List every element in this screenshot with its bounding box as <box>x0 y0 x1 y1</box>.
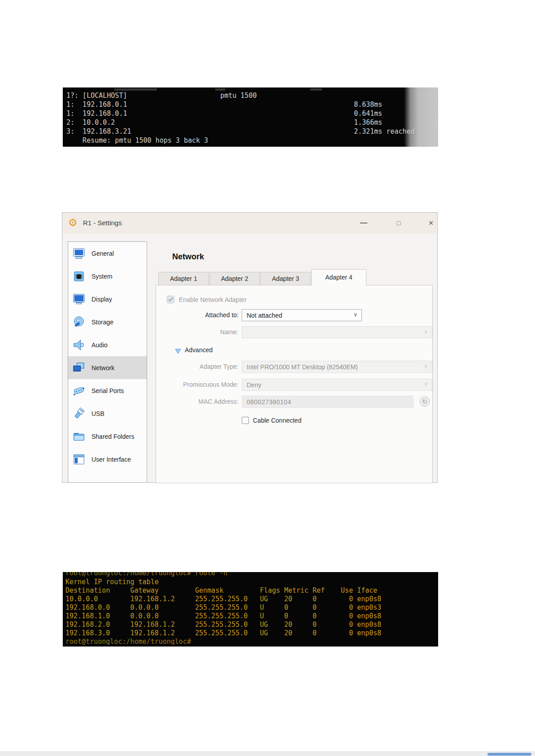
terminal-route: root@truongloc:/home/truongloc# route -n… <box>63 572 438 647</box>
clipped-text-remnant <box>114 88 157 91</box>
clipped-prompt-top: root@truongloc:/home/truongloc# route -n <box>65 572 438 578</box>
sidebar-item-label: System <box>91 273 113 280</box>
sidebar-item-label: USB <box>91 410 104 417</box>
chevron-down-icon: ∨ <box>353 311 357 318</box>
sidebar-item-label: Storage <box>91 319 113 326</box>
terminal-line: Kernel IP routing table <box>65 578 438 586</box>
promiscuous-mode-label: Promiscuous Mode: <box>156 381 239 388</box>
scrollbar-thumb[interactable] <box>487 753 531 756</box>
terminal-line: 1: 192.168.0.1 8.638ms <box>66 100 438 109</box>
close-button[interactable]: × <box>425 217 437 229</box>
adapter-type-label: Adapter Type: <box>156 363 239 370</box>
page-horizontal-scrollbar[interactable] <box>0 752 535 756</box>
sidebar-item-label: Network <box>91 364 114 371</box>
name-label: Name: <box>156 328 239 336</box>
sidebar-item-user-interface[interactable]: User Interface <box>68 448 147 471</box>
enable-network-adapter-checkbox[interactable] <box>167 296 174 303</box>
window-title: R1 - Settings <box>83 219 122 227</box>
tab-adapter-2[interactable]: Adapter 2 <box>209 272 260 285</box>
terminal-line: 192.168.0.0 0.0.0.0 255.255.255.0 U 0 0 … <box>65 603 438 612</box>
chevron-down-icon: ∨ <box>424 363 428 369</box>
chevron-down-icon: ∨ <box>424 381 428 387</box>
attached-to-value: Not attached <box>247 312 282 319</box>
audio-icon <box>71 337 87 353</box>
clipped-prompt-bottom: root@truongloc:/home/truongloc# <box>65 638 438 645</box>
promiscuous-mode-dropdown[interactable]: Deny ∨ <box>242 379 432 391</box>
terminal-line: 1: 192.168.0.1 0.641ms <box>66 109 438 118</box>
sidebar-item-label: Audio <box>91 341 108 349</box>
maximize-button[interactable]: □ <box>392 217 405 229</box>
terminal-line: root@truongloc:/home/truongloc# <box>65 638 438 645</box>
terminal-line: 10.0.0.0 192.168.1.2 255.255.255.0 UG 20… <box>65 595 438 603</box>
user-interface-icon <box>71 452 87 467</box>
enable-network-adapter-label: Enable Network Adapter <box>179 296 247 303</box>
adapter-type-value: Intel PRO/1000 MT Desktop (82540EM) <box>247 363 358 371</box>
network-icon <box>71 360 87 376</box>
storage-icon <box>71 315 87 330</box>
sidebar-item-label: User Interface <box>91 456 131 463</box>
advanced-expander-icon[interactable] <box>175 348 181 356</box>
attached-to-dropdown[interactable]: Not attached ∨ <box>242 309 362 321</box>
sidebar-item-label: Shared Folders <box>91 433 135 440</box>
settings-gear-icon: ⚙ <box>68 217 78 229</box>
terminal-line: Resume: pmtu 1500 hops 3 back 3 <box>66 136 438 145</box>
settings-sidebar: GeneralSystemDisplayStorageAudioNetworkS… <box>68 241 147 483</box>
general-icon <box>71 246 87 261</box>
terminal-line: 192.168.3.0 192.168.1.2 255.255.255.0 UG… <box>65 629 438 638</box>
mac-address-value: 080027380104 <box>247 398 291 406</box>
mac-address-label: MAC Address: <box>156 398 239 405</box>
tab-adapter-1[interactable]: Adapter 1 <box>158 272 209 285</box>
mac-address-field[interactable]: 080027380104 <box>242 396 413 408</box>
page-title: Network <box>172 252 204 262</box>
sidebar-item-serial-ports[interactable]: Serial Ports <box>68 379 147 402</box>
system-icon <box>71 269 87 284</box>
terminal-line: 192.168.2.0 192.168.1.2 255.255.255.0 UG… <box>65 621 438 629</box>
chevron-down-icon: ∨ <box>424 328 428 335</box>
terminal-tracepath: 1?: [LOCALHOST] pmtu 15001: 192.168.0.1 … <box>63 87 438 147</box>
cable-connected-checkbox[interactable] <box>242 417 249 424</box>
promiscuous-mode-value: Deny <box>247 381 261 389</box>
sidebar-item-general[interactable]: General <box>68 242 147 265</box>
terminal-line: 192.168.1.0 0.0.0.0 255.255.255.0 U 0 0 … <box>65 612 438 621</box>
tab-adapter-4[interactable]: Adapter 4 <box>311 269 366 285</box>
adapter4-tab-page: Enable Network Adapter Attached to: Not … <box>156 285 433 483</box>
sidebar-item-label: General <box>91 250 114 257</box>
minimize-button[interactable]: — <box>357 217 370 229</box>
terminal-tracepath-lines: 1?: [LOCALHOST] pmtu 15001: 192.168.0.1 … <box>66 91 438 145</box>
virtualbox-settings-window: ⚙ R1 - Settings — □ × GeneralSystemDispl… <box>62 212 438 483</box>
display-icon <box>71 292 87 307</box>
shared-folders-icon <box>71 429 87 444</box>
sidebar-item-system[interactable]: System <box>68 265 147 288</box>
sidebar-item-audio[interactable]: Audio <box>68 333 147 356</box>
name-dropdown[interactable]: ∨ <box>242 326 432 338</box>
checkmark-icon <box>168 297 173 302</box>
terminal-line: Destination Gateway Genmask Flags Metric… <box>65 586 438 595</box>
sidebar-item-usb[interactable]: USB <box>68 402 147 425</box>
clipped-text-remnant <box>215 88 225 91</box>
sidebar-item-label: Serial Ports <box>91 387 124 394</box>
advanced-label[interactable]: Advanced <box>185 346 213 354</box>
terminal-scrollbar[interactable] <box>404 87 438 147</box>
attached-to-label: Attached to: <box>156 311 239 319</box>
sidebar-item-display[interactable]: Display <box>68 288 147 310</box>
terminal-line: 3: 192.168.3.21 2.321ms reached <box>66 127 438 136</box>
usb-icon <box>71 406 87 421</box>
tab-adapter-3[interactable]: Adapter 3 <box>260 272 311 285</box>
adapter-type-dropdown[interactable]: Intel PRO/1000 MT Desktop (82540EM) ∨ <box>242 361 432 373</box>
terminal-line: 1?: [LOCALHOST] pmtu 1500 <box>66 91 438 100</box>
serial-ports-icon <box>71 383 87 398</box>
terminal-route-lines: Kernel IP routing tableDestination Gatew… <box>65 578 438 638</box>
generate-mac-icon[interactable]: ↻ <box>419 396 430 407</box>
sidebar-item-network[interactable]: Network <box>68 356 147 379</box>
terminal-line: root@truongloc:/home/truongloc# route -n <box>65 572 438 577</box>
sidebar-item-label: Display <box>91 296 112 303</box>
clipped-text-remnant <box>310 88 322 91</box>
terminal-line: 2: 10.0.0.2 1.366ms <box>66 118 438 127</box>
sidebar-item-storage[interactable]: Storage <box>68 310 147 333</box>
adapter-tabs: Adapter 1Adapter 2Adapter 3Adapter 4 <box>158 269 367 285</box>
window-titlebar: ⚙ R1 - Settings — □ × <box>62 213 437 234</box>
cable-connected-label: Cable Connected <box>253 417 301 424</box>
sidebar-item-shared-folders[interactable]: Shared Folders <box>68 425 147 448</box>
